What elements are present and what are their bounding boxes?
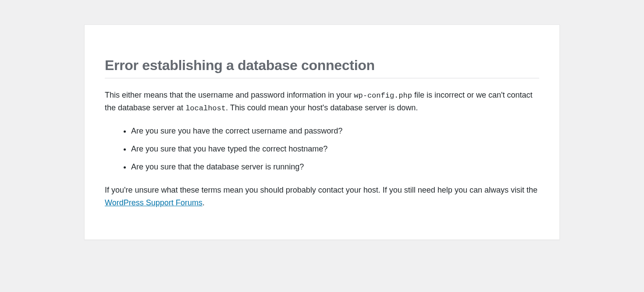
support-forums-link[interactable]: WordPress Support Forums: [105, 198, 203, 207]
list-item: Are you sure that the database server is…: [131, 161, 539, 173]
footer-pre: If you're unsure what these terms mean y…: [105, 186, 537, 194]
intro-post: . This could mean your host's database s…: [226, 103, 418, 112]
list-item: Are you sure that you have typed the cor…: [131, 143, 539, 155]
code-localhost: localhost: [185, 104, 226, 113]
list-item: Are you sure you have the correct userna…: [131, 125, 539, 137]
footer-post: .: [203, 198, 205, 207]
error-card: Error establishing a database connection…: [84, 25, 560, 240]
intro-pre: This either means that the username and …: [105, 91, 354, 99]
checks-list: Are you sure you have the correct userna…: [123, 125, 539, 173]
error-intro: This either means that the username and …: [105, 89, 539, 114]
code-wp-config: wp-config.php: [354, 91, 412, 100]
error-heading: Error establishing a database connection: [105, 35, 539, 78]
error-footer: If you're unsure what these terms mean y…: [105, 184, 539, 209]
